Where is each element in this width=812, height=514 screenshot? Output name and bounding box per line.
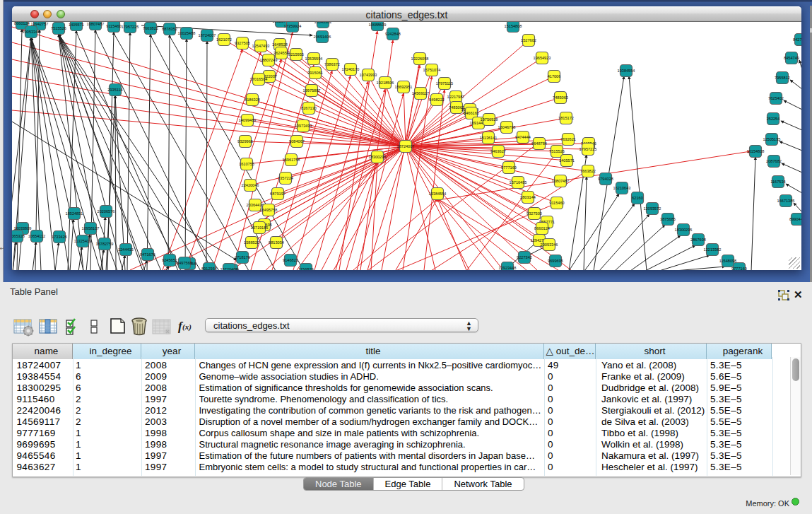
svg-text:7357224: 7357224 — [278, 176, 293, 180]
svg-text:12213382: 12213382 — [704, 247, 722, 252]
svg-text:17975115: 17975115 — [436, 81, 453, 86]
svg-text:3915061: 3915061 — [307, 71, 323, 75]
svg-text:1244415: 1244415 — [118, 247, 134, 252]
svg-text:12093572: 12093572 — [644, 206, 661, 211]
svg-text:2718176: 2718176 — [235, 255, 250, 259]
svg-text:16495758: 16495758 — [260, 208, 278, 212]
svg-text:10958107: 10958107 — [82, 226, 100, 230]
svg-text:2935114: 2935114 — [107, 88, 122, 92]
svg-text:9794028: 9794028 — [598, 177, 613, 181]
svg-text:8215955: 8215955 — [288, 52, 304, 57]
svg-text:9327500: 9327500 — [526, 211, 542, 216]
svg-text:9084067: 9084067 — [289, 139, 305, 144]
svg-text:10688609: 10688609 — [369, 23, 387, 27]
svg-text:15154808: 15154808 — [505, 24, 522, 28]
svg-text:19384554: 19384554 — [429, 192, 447, 196]
svg-text:16671385: 16671385 — [777, 199, 795, 203]
svg-text:7632621: 7632621 — [560, 137, 576, 141]
svg-text:9242848: 9242848 — [385, 32, 401, 36]
svg-text:8813054: 8813054 — [269, 240, 284, 245]
svg-text:20206576: 20206576 — [98, 209, 115, 214]
svg-text:417006: 417006 — [548, 74, 561, 78]
svg-text:16961758: 16961758 — [283, 158, 300, 162]
svg-text:16154808: 16154808 — [747, 149, 765, 153]
svg-text:15716485: 15716485 — [510, 180, 527, 185]
svg-text:9699695: 9699695 — [548, 259, 563, 263]
svg-text:10654112: 10654112 — [28, 234, 45, 238]
svg-text:2867608: 2867608 — [690, 238, 706, 242]
svg-text:18524851: 18524851 — [66, 211, 83, 216]
svg-text:1733426: 1733426 — [52, 235, 67, 239]
svg-text:14099489: 14099489 — [239, 118, 257, 122]
svg-text:7663822: 7663822 — [580, 169, 596, 173]
svg-text:9474444: 9474444 — [515, 135, 531, 139]
svg-text:18724007: 18724007 — [199, 33, 216, 37]
svg-text:10807487: 10807487 — [552, 179, 570, 183]
svg-text:5498222: 5498222 — [429, 98, 445, 102]
svg-text:9245652: 9245652 — [162, 258, 177, 262]
svg-text:11548098: 11548098 — [719, 259, 736, 263]
svg-text:20691406: 20691406 — [314, 35, 331, 39]
svg-text:7625402: 7625402 — [768, 96, 784, 100]
svg-text:8427552: 8427552 — [793, 37, 801, 42]
svg-text:11325419: 11325419 — [74, 239, 91, 243]
svg-text:9115460: 9115460 — [106, 24, 121, 28]
svg-text:10973493: 10973493 — [295, 124, 312, 128]
svg-text:19756928: 19756928 — [481, 117, 498, 122]
svg-text:18300295: 18300295 — [369, 155, 387, 159]
svg-text:10743993: 10743993 — [360, 73, 377, 77]
svg-text:9327505: 9327505 — [235, 41, 250, 45]
svg-text:9777169: 9777169 — [731, 267, 747, 270]
svg-text:18724007: 18724007 — [397, 144, 415, 148]
svg-text:19218506: 19218506 — [377, 81, 394, 85]
svg-text:13535594: 13535594 — [305, 57, 323, 61]
svg-text:7386372: 7386372 — [324, 62, 340, 66]
svg-text:8186328: 8186328 — [245, 98, 260, 102]
svg-text:20053346: 20053346 — [541, 243, 558, 247]
svg-text:1815172: 1815172 — [558, 116, 574, 120]
svg-text:12547493: 12547493 — [252, 44, 270, 48]
svg-text:12923448: 12923448 — [499, 266, 517, 270]
svg-text:6648784: 6648784 — [531, 141, 547, 146]
svg-text:19975887: 19975887 — [303, 88, 321, 93]
svg-text:17957225: 17957225 — [579, 147, 597, 151]
svg-text:9329966: 9329966 — [237, 139, 253, 144]
svg-text:1648928: 1648928 — [272, 42, 288, 47]
svg-text:1588520: 1588520 — [244, 240, 259, 245]
svg-text:3875685: 3875685 — [660, 217, 676, 221]
svg-text:8660124: 8660124 — [14, 22, 30, 25]
svg-text:19654923: 19654923 — [534, 56, 551, 60]
svg-text:16210643: 16210643 — [613, 186, 631, 190]
svg-text:9227342: 9227342 — [517, 255, 532, 259]
svg-text:6497568: 6497568 — [177, 261, 192, 265]
svg-text:1610755: 1610755 — [239, 162, 254, 166]
svg-text:15692951: 15692951 — [395, 85, 413, 89]
svg-text:9777169: 9777169 — [501, 165, 517, 170]
svg-text:16782759: 16782759 — [96, 242, 114, 246]
svg-text:16543382: 16543382 — [314, 22, 332, 24]
svg-text:16046798: 16046798 — [498, 125, 516, 129]
svg-text:7663822: 7663822 — [143, 26, 158, 30]
svg-text:20364436: 20364436 — [247, 203, 264, 207]
svg-text:9463627: 9463627 — [490, 149, 506, 153]
svg-text:10807487: 10807487 — [87, 22, 105, 26]
svg-text:2087682: 2087682 — [766, 159, 782, 163]
svg-text:15136141: 15136141 — [480, 136, 498, 140]
svg-text:22420046: 22420046 — [242, 183, 259, 187]
svg-text:1167534: 1167534 — [770, 180, 785, 184]
svg-text:1621072: 1621072 — [216, 37, 232, 42]
svg-text:10719185: 10719185 — [251, 226, 269, 230]
svg-text:62160: 62160 — [632, 196, 643, 200]
svg-text:9115460: 9115460 — [549, 201, 564, 205]
svg-text:20053346: 20053346 — [23, 30, 40, 34]
svg-text:17359924: 17359924 — [284, 24, 302, 28]
svg-text:2803144: 2803144 — [520, 195, 536, 199]
svg-text:15751074: 15751074 — [423, 68, 441, 72]
svg-text:8471676: 8471676 — [140, 252, 155, 257]
svg-text:8267130: 8267130 — [301, 106, 317, 110]
svg-text:7515526: 7515526 — [51, 26, 66, 30]
svg-text:8990448: 8990448 — [789, 217, 801, 221]
svg-text:252254: 252254 — [767, 117, 780, 121]
svg-text:18300295: 18300295 — [675, 228, 693, 232]
svg-text:1156829: 1156829 — [298, 267, 313, 270]
